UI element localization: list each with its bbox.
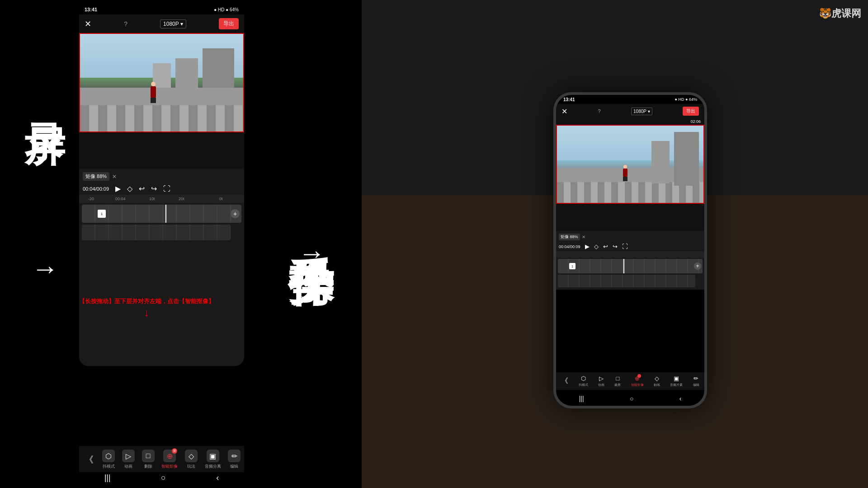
toolbar-item-matting[interactable]: ⊕ 新 智能矩像: [161, 450, 178, 469]
right-track-handle[interactable]: 1: [569, 263, 576, 269]
toolbar-item-audiosep[interactable]: ▣ 音频分离: [205, 450, 221, 469]
right-collapse-btn[interactable]: 《: [561, 376, 568, 386]
collapse-icon[interactable]: 《: [83, 453, 95, 466]
right-tool-crop[interactable]: □ 裁剪: [614, 375, 621, 387]
right-audiosep-label: 音频片素: [670, 383, 683, 387]
right-bottom-toolbar: 《 ⬡ 抖模式 ▷ 动画 □ 裁剪 ⊕: [556, 372, 704, 390]
right-time-display: 02:06: [556, 118, 704, 125]
back-btn[interactable]: ‹: [216, 473, 219, 483]
right-timeline: 矩像 88% ✕ 00:04/00:09 ▶ ◇ ↩ ↪ ⛶ 1 +: [556, 231, 704, 290]
right-fullscreen-btn[interactable]: ⛶: [622, 243, 628, 250]
right-panel: 13:41 ● HD ● 64% ✕ ? 1080P ▾ 导出 02:06: [362, 0, 868, 488]
annotation-area: 【长按拖动】至下层并对齐左端，点击【智能抠像】 ↓: [79, 297, 214, 318]
right-edit-label: 编辑: [693, 383, 699, 387]
left-status-time: 13:41: [85, 7, 97, 12]
timeline-time: 00:04/00:09: [83, 186, 109, 192]
right-tool-audiosep[interactable]: ▣ 音频片素: [670, 375, 683, 387]
toolbar-item-animation[interactable]: ▷ 动画: [122, 450, 135, 469]
mode-label: 抖模式: [103, 464, 115, 469]
timeline-cursor: [165, 205, 166, 223]
left-status-icons: ● HD ● 64%: [214, 7, 239, 12]
right-status-bar: 13:41 ● HD ● 64%: [556, 95, 704, 104]
right-menu-btn[interactable]: |||: [579, 395, 584, 402]
toolbar-item-effects[interactable]: ◇ 玩法: [185, 450, 198, 469]
left-chinese-text: 录屏: [25, 90, 66, 99]
play-button[interactable]: ▶: [115, 184, 121, 193]
track-handle-1[interactable]: 1: [98, 210, 106, 218]
right-mode-icon: ⬡: [581, 375, 586, 382]
right-help-btn[interactable]: ?: [598, 108, 600, 114]
track-frames-2: [82, 225, 231, 240]
toolbar-item-mode[interactable]: ⬡ 抖模式: [102, 450, 115, 469]
track-add-btn[interactable]: +: [231, 209, 240, 218]
center-arrow: →: [298, 238, 326, 269]
right-home-bar: ||| ○ ‹: [556, 395, 704, 402]
toolbar-item-delete[interactable]: □ 删除: [142, 450, 155, 469]
audiosep-icon: ▣: [207, 450, 219, 462]
right-animation-label: 动画: [598, 383, 604, 387]
right-close-btn[interactable]: ✕: [561, 107, 567, 116]
effects-label: 玩法: [187, 464, 195, 469]
left-resolution-btn[interactable]: 1080P ▾: [160, 19, 186, 28]
right-home-btn[interactable]: ○: [630, 395, 633, 402]
toolbar-collapse-btn[interactable]: 《: [83, 453, 95, 466]
left-home-bar: ||| ○ ‹: [79, 471, 244, 484]
right-tool-mode[interactable]: ⬡ 抖模式: [579, 375, 588, 387]
right-matting-icon: ⊕: [635, 375, 640, 382]
right-track-2: [558, 275, 695, 287]
right-diamond-btn[interactable]: ◇: [594, 243, 599, 250]
left-phone-toolbar: ✕ ? 1080P ▾ 导出: [79, 14, 244, 33]
right-track-frames-2: [558, 275, 695, 287]
left-bottom-toolbar: 《 ⬡ 抖模式 ▷ 动画 □ 删除 ⊕ 新 智能矩像 ◇: [79, 446, 244, 472]
annotation-arrow: ↓: [79, 307, 214, 318]
watermark: 🐯虎课网: [819, 7, 861, 20]
building-2: [175, 58, 198, 88]
undo-btn[interactable]: ↩: [139, 184, 145, 193]
right-cursor: [623, 259, 624, 273]
mode-icon: ⬡: [102, 450, 115, 462]
right-tool-animation[interactable]: ▷ 动画: [598, 375, 604, 387]
right-matting-badge: [637, 374, 641, 378]
timeline-ruler: -20 00:04 10t 20t 0t: [79, 195, 244, 203]
right-phone-physical: 13:41 ● HD ● 64% ✕ ? 1080P ▾ 导出 02:06: [553, 92, 707, 408]
person-figure: [149, 82, 158, 102]
audiosep-label: 音频分离: [205, 464, 221, 469]
right-audiosep-icon: ▣: [674, 375, 679, 382]
animation-icon: ▷: [122, 450, 135, 462]
menu-btn[interactable]: |||: [104, 473, 111, 483]
left-help-btn[interactable]: ?: [124, 20, 127, 28]
left-arrow: →: [32, 253, 59, 284]
right-tool-sticker[interactable]: ◇ 贴纸: [654, 375, 660, 387]
right-tool-edit[interactable]: ✏ 编辑: [693, 375, 699, 387]
right-back-btn[interactable]: ‹: [679, 395, 682, 402]
right-status-time: 13:41: [563, 97, 575, 102]
diamond-btn[interactable]: ◇: [127, 184, 132, 193]
right-undo-btn[interactable]: ↩: [603, 243, 608, 250]
right-redo-btn[interactable]: ↪: [613, 243, 618, 250]
black-mid-area: [79, 132, 244, 169]
right-play-btn[interactable]: ▶: [585, 243, 590, 250]
delete-icon: □: [142, 450, 155, 462]
badge-close[interactable]: ✕: [112, 174, 117, 180]
right-resolution-btn[interactable]: 1080P ▾: [631, 108, 652, 115]
left-export-btn[interactable]: 导出: [219, 18, 239, 29]
fullscreen-btn[interactable]: ⛶: [163, 185, 170, 193]
left-status-bar: 13:41 ● HD ● 64%: [79, 5, 244, 14]
delete-label: 删除: [144, 464, 152, 469]
left-close-btn[interactable]: ✕: [85, 19, 91, 29]
redo-btn[interactable]: ↪: [151, 184, 157, 193]
right-track-add[interactable]: +: [694, 263, 701, 270]
timeline-track-2: [82, 225, 231, 240]
right-crop-label: 裁剪: [614, 383, 621, 387]
right-badge-close[interactable]: ✕: [582, 235, 585, 239]
matting-icon: ⊕ 新: [163, 450, 176, 462]
right-collapse-icon: 《: [561, 376, 568, 386]
right-sticker-icon: ◇: [655, 375, 659, 382]
home-btn[interactable]: ○: [161, 473, 166, 483]
right-export-btn[interactable]: 导出: [683, 107, 699, 116]
right-tool-matting[interactable]: ⊕ 智能矩像: [631, 375, 644, 387]
right-building-2: [651, 141, 670, 183]
right-animation-icon: ▷: [599, 375, 604, 382]
left-video-preview: [79, 33, 244, 132]
toolbar-item-edit[interactable]: ✏ 编辑: [228, 450, 241, 469]
